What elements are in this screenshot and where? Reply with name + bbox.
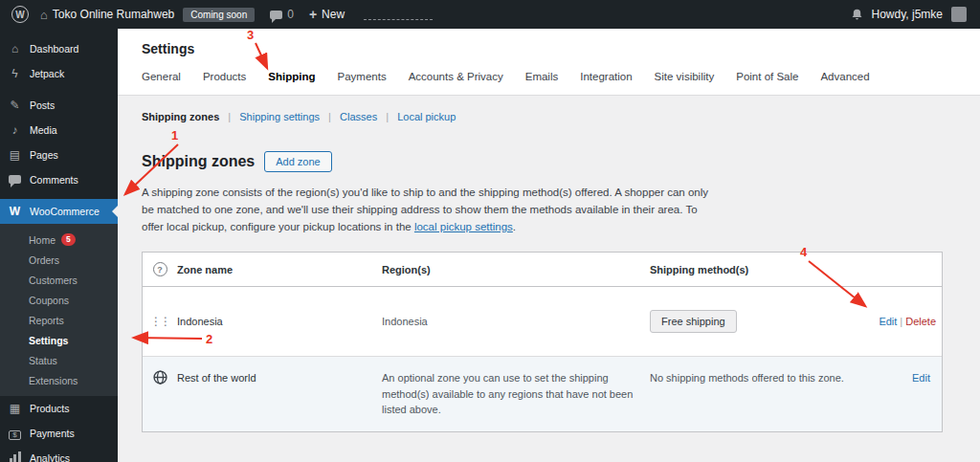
submenu-item-label: Reports	[29, 315, 64, 326]
tab-general[interactable]: General	[142, 71, 181, 82]
submenu-item-label: Status	[29, 355, 57, 366]
submenu-item-orders[interactable]: Orders	[0, 250, 118, 270]
admin-bar-comments[interactable]: 0	[262, 0, 301, 29]
submenu-item-label: Coupons	[29, 295, 69, 306]
new-label: New	[322, 8, 345, 21]
sidebar-item-label: Pages	[30, 149, 58, 161]
site-name-menu[interactable]: ⌂ Toko Online Rumahweb Coming soon	[33, 0, 262, 29]
sidebar-item-analytics[interactable]: Analytics	[0, 446, 118, 462]
tab-point-of-sale[interactable]: Point of Sale	[736, 71, 798, 82]
tab-integration[interactable]: Integration	[580, 71, 632, 82]
media-icon: ♪	[8, 123, 22, 137]
products-icon: ▦	[8, 402, 22, 415]
table-row-rest-of-world: Rest of the world An optional zone you c…	[143, 356, 942, 431]
site-name: Toko Online Rumahweb	[53, 8, 174, 21]
zone-actions: Edit	[862, 357, 944, 400]
globe-icon	[143, 357, 177, 398]
zone-actions: Edit|Delete	[862, 293, 944, 350]
col-header-regions: Region(s)	[382, 254, 650, 285]
shipping-content: Shipping zones | Shipping settings | Cla…	[118, 96, 980, 448]
zone-name[interactable]: Indonesia	[177, 293, 382, 350]
wordpress-admin-screen: W ⌂ Toko Online Rumahweb Coming soon 0 +…	[0, 0, 980, 462]
comments-icon	[8, 173, 22, 187]
table-row-indonesia: ⋮⋮ Indonesia Indonesia Free shipping Edi…	[143, 287, 942, 356]
zone-name[interactable]: Rest of the world	[177, 357, 382, 400]
redacted-admin-bar-item	[364, 9, 433, 20]
user-avatar[interactable]	[951, 7, 967, 22]
subnav-shipping-zones[interactable]: Shipping zones	[142, 111, 219, 122]
sidebar-item-woocommerce[interactable]: W WooCommerce	[0, 199, 118, 224]
admin-bar: W ⌂ Toko Online Rumahweb Coming soon 0 +…	[0, 0, 980, 29]
edit-zone-link[interactable]: Edit	[912, 372, 930, 384]
sidebar-item-products[interactable]: ▦ Products	[0, 396, 118, 421]
home-count-badge: 5	[61, 233, 76, 245]
sidebar-item-dashboard[interactable]: ⌂ Dashboard	[0, 36, 118, 61]
subnav-classes[interactable]: Classes	[340, 111, 377, 122]
submenu-item-label: Settings	[29, 335, 68, 346]
new-content-menu[interactable]: + New	[301, 0, 352, 29]
submenu-item-status[interactable]: Status	[0, 350, 118, 370]
tab-site-visibility[interactable]: Site visibility	[655, 71, 715, 82]
submenu-item-extensions[interactable]: Extensions	[0, 370, 118, 390]
drag-handle-icon[interactable]: ⋮⋮	[150, 315, 169, 328]
jetpack-icon: ϟ	[8, 67, 22, 80]
shipping-subnav: Shipping zones | Shipping settings | Cla…	[142, 111, 956, 122]
tab-accounts-privacy[interactable]: Accounts & Privacy	[409, 71, 503, 82]
wordpress-logo-icon[interactable]: W	[11, 6, 29, 23]
delete-zone-link[interactable]: Delete	[905, 316, 936, 327]
shipping-zones-title: Shipping zones	[142, 153, 255, 170]
main-content: Settings General Products Shipping Payme…	[118, 29, 980, 462]
sidebar-item-label: Products	[30, 403, 69, 414]
settings-tabs: General Products Shipping Payments Accou…	[142, 71, 956, 95]
comments-icon	[270, 11, 282, 19]
sidebar-item-payments[interactable]: $ Payments	[0, 421, 118, 446]
local-pickup-settings-link[interactable]: local pickup settings	[414, 221, 513, 232]
submenu-item-reports[interactable]: Reports	[0, 310, 118, 330]
tab-shipping[interactable]: Shipping	[268, 71, 315, 82]
notifications-bell-icon[interactable]	[851, 9, 863, 21]
edit-zone-link[interactable]: Edit	[879, 316, 897, 327]
sidebar-item-label: Media	[30, 124, 57, 136]
submenu-item-coupons[interactable]: Coupons	[0, 290, 118, 310]
submenu-item-home[interactable]: Home 5	[0, 230, 118, 250]
subnav-shipping-settings[interactable]: Shipping settings	[239, 111, 320, 122]
page-title: Settings	[142, 41, 956, 56]
shipping-zones-description: A shipping zone consists of the region(s…	[142, 185, 716, 235]
submenu-item-label: Extensions	[29, 375, 78, 386]
sidebar-item-media[interactable]: ♪ Media	[0, 118, 118, 143]
description-text: .	[513, 221, 516, 232]
sidebar-item-posts[interactable]: ✎ Posts	[0, 93, 118, 118]
help-icon[interactable]: ?	[153, 262, 167, 276]
zone-methods-note: No shipping methods offered to this zone…	[650, 357, 862, 400]
sidebar-item-label: Posts	[30, 99, 55, 111]
tab-payments[interactable]: Payments	[338, 71, 387, 82]
col-header-shipping-methods: Shipping method(s)	[650, 254, 862, 285]
tab-advanced[interactable]: Advanced	[820, 71, 869, 82]
sidebar-item-label: Payments	[30, 428, 75, 439]
sidebar-item-label: Dashboard	[30, 43, 78, 55]
sidebar-item-comments[interactable]: Comments	[0, 167, 118, 192]
tab-products[interactable]: Products	[203, 71, 246, 82]
subnav-local-pickup[interactable]: Local pickup	[397, 111, 456, 122]
home-icon: ⌂	[40, 8, 48, 22]
submenu-item-settings[interactable]: Settings	[0, 330, 118, 350]
settings-header: Settings General Products Shipping Payme…	[118, 29, 980, 96]
free-shipping-method-chip[interactable]: Free shipping	[650, 310, 737, 333]
woocommerce-icon: W	[8, 205, 22, 218]
pages-icon: ▤	[8, 148, 22, 162]
table-header-row: ? Zone name Region(s) Shipping method(s)	[143, 253, 942, 287]
dashboard-icon: ⌂	[8, 42, 22, 55]
woocommerce-submenu: Home 5 Orders Customers Coupons Reports …	[0, 224, 118, 396]
sidebar-item-pages[interactable]: ▤ Pages	[0, 143, 118, 167]
submenu-item-customers[interactable]: Customers	[0, 270, 118, 290]
add-zone-button[interactable]: Add zone	[264, 151, 331, 172]
sidebar-item-label: Comments	[30, 174, 78, 186]
zone-regions: Indonesia	[382, 291, 650, 353]
howdy-account-menu[interactable]: Howdy, j5mke	[872, 8, 943, 21]
tab-emails[interactable]: Emails	[525, 71, 559, 82]
sidebar-item-jetpack[interactable]: ϟ Jetpack	[0, 61, 118, 86]
plus-icon: +	[309, 7, 317, 22]
submenu-item-label: Orders	[29, 254, 59, 266]
shipping-zones-table: ? Zone name Region(s) Shipping method(s)…	[142, 252, 943, 432]
analytics-icon	[8, 451, 22, 462]
